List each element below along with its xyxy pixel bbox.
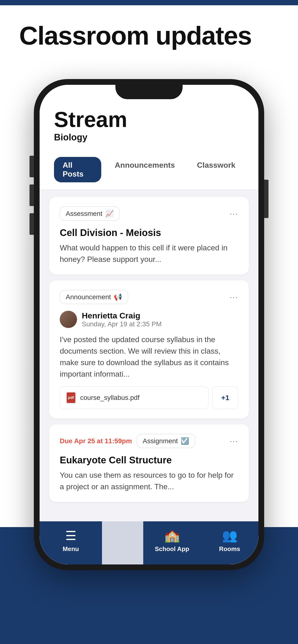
- author-date: Sunday, Apr 19 at 2:35 PM: [82, 320, 162, 328]
- bottom-nav: ☰ Menu 🏫 School App 👥 Rooms: [40, 521, 258, 564]
- assessment-icon: 📈: [105, 210, 114, 218]
- screen-content: Stream Biology All Posts Announcements C…: [40, 85, 258, 564]
- phone-screen: Stream Biology All Posts Announcements C…: [40, 85, 258, 564]
- card-top-row-3: Due Apr 25 at 11:59pm Assignment ☑️ ···: [60, 434, 238, 448]
- card-top-row-2: Announcement 📢 ···: [60, 290, 238, 304]
- school-app-nav-button[interactable]: 🏫 School App: [143, 521, 201, 564]
- attachment-row: pdf course_syllabus.pdf +1: [60, 386, 238, 409]
- school-app-nav-label: School App: [155, 545, 189, 553]
- author-info: Henrietta Craig Sunday, Apr 19 at 2:35 P…: [82, 311, 162, 328]
- assessment-badge: Assessment 📈: [60, 206, 120, 221]
- card-top-row: Assessment 📈 ···: [60, 206, 238, 221]
- phone-outer: Stream Biology All Posts Announcements C…: [34, 79, 264, 570]
- announcement-badge-label: Announcement: [66, 293, 111, 301]
- tab-announcements[interactable]: Announcements: [106, 157, 184, 182]
- assessment-badge-label: Assessment: [66, 210, 102, 218]
- assessment-card-title: Cell Division - Meiosis: [60, 227, 238, 238]
- author-name: Henrietta Craig: [82, 311, 162, 320]
- school-app-icon: 🏫: [164, 528, 180, 543]
- assignment-card[interactable]: Due Apr 25 at 11:59pm Assignment ☑️ ··· …: [49, 424, 249, 502]
- assignment-badge: Assignment ☑️: [137, 434, 195, 448]
- tab-all-posts[interactable]: All Posts: [54, 157, 101, 182]
- phone-mockup: Stream Biology All Posts Announcements C…: [34, 79, 264, 570]
- nav-spacer: [102, 521, 143, 564]
- assignment-card-body: You can use them as resources to go to f…: [60, 469, 238, 492]
- assignment-badge-label: Assignment: [143, 437, 178, 445]
- menu-nav-button[interactable]: ☰ Menu: [40, 521, 102, 564]
- attachment-more[interactable]: +1: [212, 386, 238, 409]
- menu-nav-label: Menu: [63, 545, 79, 553]
- author-row: Henrietta Craig Sunday, Apr 19 at 2:35 P…: [60, 311, 238, 328]
- rooms-icon: 👥: [222, 528, 238, 543]
- assignment-card-title: Eukaryote Cell Structure: [60, 455, 238, 466]
- avatar-image: [60, 311, 77, 328]
- assessment-card-body: What would happen to this cell if it wer…: [60, 242, 238, 265]
- menu-icon: ☰: [65, 528, 77, 543]
- side-button-3: [30, 213, 34, 235]
- announcement-card[interactable]: Announcement 📢 ··· Henrietta Craig: [49, 280, 249, 418]
- rooms-nav-button[interactable]: 👥 Rooms: [201, 521, 258, 564]
- avatar: [60, 311, 77, 328]
- cards-area: Assessment 📈 ··· Cell Division - Meiosis…: [40, 190, 258, 509]
- assignment-icon: ☑️: [181, 437, 189, 445]
- top-bar: [0, 0, 298, 5]
- attachment-filename: course_syllabus.pdf: [80, 394, 139, 402]
- tab-classwork[interactable]: Classwork: [188, 157, 244, 182]
- side-button-2: [30, 184, 34, 206]
- more-options-icon[interactable]: ···: [230, 209, 238, 219]
- rooms-nav-label: Rooms: [219, 545, 240, 553]
- side-button-right: [264, 180, 268, 218]
- more-options-icon-2[interactable]: ···: [230, 292, 238, 302]
- stream-subtitle: Biology: [54, 132, 244, 142]
- pdf-icon-inner: pdf: [67, 392, 75, 403]
- page-title: Classroom updates: [19, 22, 251, 50]
- phone-notch: [115, 85, 183, 99]
- more-options-icon-3[interactable]: ···: [230, 436, 238, 446]
- pdf-icon: pdf: [66, 392, 76, 404]
- announcement-badge: Announcement 📢: [60, 290, 128, 304]
- announcement-icon: 📢: [114, 293, 122, 301]
- card-top-meta: Due Apr 25 at 11:59pm Assignment ☑️: [60, 434, 195, 448]
- stream-title: Stream: [54, 109, 244, 130]
- tab-bar: All Posts Announcements Classwork: [40, 150, 258, 190]
- announcement-card-body: I've posted the updated course syllabus …: [60, 334, 238, 380]
- assessment-card[interactable]: Assessment 📈 ··· Cell Division - Meiosis…: [49, 197, 249, 274]
- attachment-file[interactable]: pdf course_syllabus.pdf: [60, 386, 209, 409]
- due-date-badge: Due Apr 25 at 11:59pm: [60, 437, 132, 445]
- side-button: [30, 156, 34, 177]
